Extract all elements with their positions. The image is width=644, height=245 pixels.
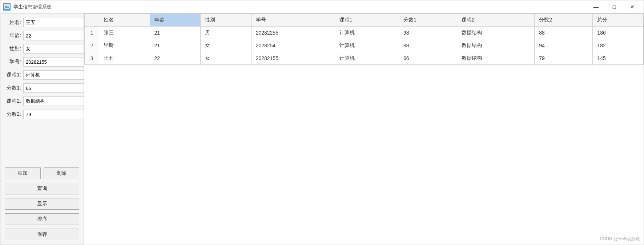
cell-name: 里斯 bbox=[99, 39, 150, 52]
age-input[interactable] bbox=[23, 31, 84, 40]
add-delete-row: 添加 删除 bbox=[5, 167, 79, 179]
cell-name: 王五 bbox=[99, 52, 150, 65]
student-id-label: 学号: bbox=[5, 59, 21, 65]
course1-input[interactable] bbox=[23, 70, 84, 80]
gender-label: 性别: bbox=[5, 46, 21, 52]
col-header-student-id: 学号 bbox=[251, 14, 335, 27]
table-header-row: 姓名 年龄 性别 学号 课程1 分数1 课程2 分数2 总分 bbox=[85, 14, 644, 27]
score1-input[interactable] bbox=[23, 83, 84, 93]
col-header-total: 总分 bbox=[593, 14, 644, 27]
course1-row: 课程1: bbox=[5, 70, 79, 80]
col-header-score2: 分数2 bbox=[535, 14, 593, 27]
cell-score1: 66 bbox=[399, 52, 457, 65]
watermark: CSDN @米码收割机 bbox=[600, 236, 640, 242]
main-content: 姓名: 年龄: 性别: 学号: 课程1: 分数1: bbox=[0, 13, 644, 245]
cell-course1: 计算机 bbox=[335, 39, 399, 52]
col-header-index bbox=[85, 14, 99, 27]
table-body: 1 张三 21 男 20282255 计算机 98 数据结构 88 186 2 … bbox=[85, 27, 644, 65]
cell-age: 21 bbox=[150, 27, 201, 39]
age-row: 年龄: bbox=[5, 31, 79, 40]
cell-course2: 数据结构 bbox=[457, 27, 535, 39]
table-row[interactable]: 2 里斯 21 女 2028254 计算机 88 数据结构 94 182 bbox=[85, 39, 644, 52]
cell-total: 186 bbox=[593, 27, 644, 39]
app-window: 学生信息管理系统 — □ ✕ 姓名: 年龄: 性别: 学号: bbox=[0, 0, 644, 245]
student-id-input[interactable] bbox=[23, 57, 84, 67]
svg-rect-1 bbox=[5, 5, 7, 6]
query-button[interactable]: 查询 bbox=[5, 183, 79, 194]
cell-index: 2 bbox=[85, 39, 99, 52]
window-controls: — □ ✕ bbox=[588, 1, 641, 12]
cell-gender: 女 bbox=[201, 52, 251, 65]
minimize-button[interactable]: — bbox=[588, 1, 604, 12]
cell-name: 张三 bbox=[99, 27, 150, 39]
col-header-name: 姓名 bbox=[99, 14, 150, 27]
col-header-score1: 分数1 bbox=[399, 14, 457, 27]
cell-age: 22 bbox=[150, 52, 201, 65]
cell-score1: 98 bbox=[399, 27, 457, 39]
table-row[interactable]: 1 张三 21 男 20282255 计算机 98 数据结构 88 186 bbox=[85, 27, 644, 39]
title-bar: 学生信息管理系统 — □ ✕ bbox=[0, 0, 644, 13]
svg-rect-2 bbox=[7, 5, 9, 6]
spacer bbox=[5, 123, 79, 164]
svg-rect-4 bbox=[5, 7, 9, 7]
col-header-course2: 课程2 bbox=[457, 14, 535, 27]
cell-course1: 计算机 bbox=[335, 52, 399, 65]
cell-score2: 88 bbox=[535, 27, 593, 39]
app-icon bbox=[3, 3, 11, 11]
cell-total: 182 bbox=[593, 39, 644, 52]
col-header-age: 年龄 bbox=[150, 14, 201, 27]
save-button[interactable]: 保存 bbox=[5, 229, 79, 240]
sort-button[interactable]: 排序 bbox=[5, 213, 79, 225]
display-button[interactable]: 显示 bbox=[5, 198, 79, 210]
maximize-button[interactable]: □ bbox=[606, 1, 623, 12]
name-input[interactable] bbox=[23, 18, 84, 27]
add-button[interactable]: 添加 bbox=[5, 167, 41, 179]
col-header-gender: 性别 bbox=[201, 14, 251, 27]
table-row[interactable]: 3 王五 22 女 20282155 计算机 66 数据结构 79 145 bbox=[85, 52, 644, 65]
sidebar: 姓名: 年龄: 性别: 学号: 课程1: 分数1: bbox=[0, 13, 84, 245]
age-label: 年龄: bbox=[5, 32, 21, 39]
student-id-row: 学号: bbox=[5, 57, 79, 67]
cell-course1: 计算机 bbox=[335, 27, 399, 39]
cell-score2: 94 bbox=[535, 39, 593, 52]
cell-student-id: 20282255 bbox=[251, 27, 335, 39]
cell-gender: 女 bbox=[201, 39, 251, 52]
course1-label: 课程1: bbox=[5, 72, 21, 78]
course2-row: 课程2: bbox=[5, 96, 79, 106]
cell-course2: 数据结构 bbox=[457, 52, 535, 65]
name-label: 姓名: bbox=[5, 19, 21, 26]
course2-label: 课程2: bbox=[5, 98, 21, 104]
cell-student-id: 20282155 bbox=[251, 52, 335, 65]
cell-score1: 88 bbox=[399, 39, 457, 52]
cell-age: 21 bbox=[150, 39, 201, 52]
delete-button[interactable]: 删除 bbox=[44, 167, 80, 179]
close-button[interactable]: ✕ bbox=[624, 1, 641, 12]
col-header-course1: 课程1 bbox=[335, 14, 399, 27]
gender-row: 性别: bbox=[5, 44, 79, 54]
cell-index: 3 bbox=[85, 52, 99, 65]
student-table: 姓名 年龄 性别 学号 课程1 分数1 课程2 分数2 总分 1 张三 2 bbox=[84, 13, 644, 65]
window-title: 学生信息管理系统 bbox=[13, 4, 588, 10]
table-area: 姓名 年龄 性别 学号 课程1 分数1 课程2 分数2 总分 1 张三 2 bbox=[84, 13, 644, 245]
score1-label: 分数1: bbox=[5, 85, 21, 91]
cell-gender: 男 bbox=[201, 27, 251, 39]
score2-row: 分数2: bbox=[5, 110, 79, 119]
svg-rect-3 bbox=[7, 6, 9, 7]
cell-index: 1 bbox=[85, 27, 99, 39]
cell-student-id: 2028254 bbox=[251, 39, 335, 52]
score2-input[interactable] bbox=[23, 110, 84, 119]
score1-row: 分数1: bbox=[5, 83, 79, 93]
gender-input[interactable] bbox=[23, 44, 84, 54]
score2-label: 分数2: bbox=[5, 111, 21, 118]
cell-course2: 数据结构 bbox=[457, 39, 535, 52]
cell-total: 145 bbox=[593, 52, 644, 65]
name-row: 姓名: bbox=[5, 18, 79, 27]
svg-rect-5 bbox=[5, 8, 7, 8]
cell-score2: 79 bbox=[535, 52, 593, 65]
course2-input[interactable] bbox=[23, 96, 84, 106]
